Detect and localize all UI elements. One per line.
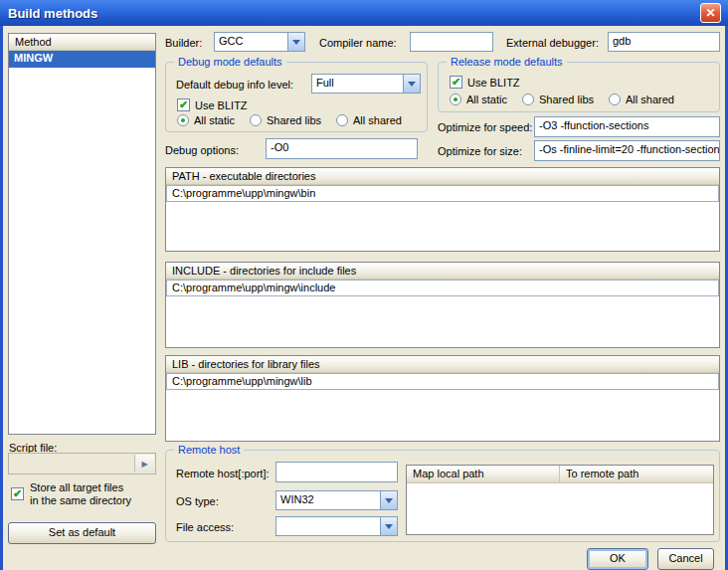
file-access-label: File access: bbox=[176, 521, 234, 533]
include-list-item[interactable]: C:\programme\upp\mingw\include bbox=[166, 280, 719, 296]
remote-host-group-title: Remote host bbox=[174, 444, 244, 456]
build-methods-dialog: Build methods ✕ Method MINGW Script file… bbox=[0, 0, 728, 570]
remote-host-input[interactable] bbox=[275, 462, 398, 482]
optimize-size-value: -Os -finline-limit=20 -ffunction-section… bbox=[539, 143, 720, 155]
debug-options-value: -O0 bbox=[271, 141, 288, 153]
release-use-blitz-label: Use BLITZ bbox=[467, 77, 520, 89]
lib-list-item[interactable]: C:\programme\upp\mingw\lib bbox=[166, 373, 719, 390]
os-type-select[interactable]: WIN32 bbox=[275, 490, 398, 510]
release-radio-all-shared[interactable] bbox=[609, 94, 621, 105]
release-use-blitz-checkbox[interactable]: ✔ bbox=[450, 76, 462, 89]
compiler-name-input[interactable] bbox=[410, 32, 493, 52]
debug-radio-all-shared[interactable] bbox=[336, 114, 348, 126]
release-radio-all-static-label: All static bbox=[466, 94, 507, 105]
debug-radio-all-static[interactable] bbox=[177, 114, 189, 126]
chevron-down-icon[interactable] bbox=[380, 517, 397, 535]
chevron-down-icon[interactable] bbox=[287, 33, 304, 51]
check-icon: ✔ bbox=[451, 77, 461, 88]
debug-radio-shared-libs-label: Shared libs bbox=[267, 114, 321, 126]
debug-info-level-select[interactable]: Full bbox=[311, 74, 421, 94]
lib-directories-panel: LIB - directories for library files C:\p… bbox=[165, 355, 720, 442]
script-file-expand-button[interactable]: ▶ bbox=[134, 455, 154, 473]
lib-list[interactable] bbox=[166, 408, 719, 441]
path-list[interactable] bbox=[166, 220, 719, 251]
builder-value: GCC bbox=[219, 35, 243, 47]
debug-options-label: Debug options: bbox=[165, 144, 239, 156]
method-list-item-mingw[interactable]: MINGW bbox=[9, 51, 155, 68]
chevron-down-icon[interactable] bbox=[380, 491, 397, 509]
debug-options-input[interactable]: -O0 bbox=[266, 138, 418, 159]
store-target-files-label-line2: in the same directory bbox=[30, 494, 131, 506]
lib-panel-header: LIB - directories for library files bbox=[166, 356, 719, 373]
method-list-header: Method bbox=[9, 34, 155, 51]
path-mapping-table[interactable]: Map local path To remote path bbox=[406, 465, 714, 535]
optimize-size-input[interactable]: -Os -finline-limit=20 -ffunction-section… bbox=[534, 140, 720, 161]
os-type-label: OS type: bbox=[176, 495, 219, 507]
debug-radio-all-shared-label: All shared bbox=[353, 114, 402, 126]
builder-label: Builder: bbox=[165, 37, 202, 49]
window-title: Build methods bbox=[0, 6, 97, 21]
window-border-left bbox=[0, 0, 3, 570]
file-access-select[interactable] bbox=[275, 516, 398, 536]
os-type-value: WIN32 bbox=[280, 493, 314, 505]
path-directories-panel: PATH - executable directories C:\program… bbox=[165, 167, 720, 252]
radio-dot-icon bbox=[454, 97, 457, 101]
external-debugger-value: gdb bbox=[613, 35, 631, 47]
remote-host-label: Remote host[:port]: bbox=[176, 468, 270, 479]
builder-select[interactable]: GCC bbox=[214, 32, 305, 52]
include-list[interactable] bbox=[166, 314, 719, 347]
debug-info-level-value: Full bbox=[316, 77, 334, 89]
title-bar[interactable]: Build methods ✕ bbox=[0, 0, 728, 26]
release-radio-all-static[interactable] bbox=[450, 94, 461, 105]
set-as-default-button[interactable]: Set as default bbox=[8, 522, 156, 544]
debug-radio-shared-libs[interactable] bbox=[250, 114, 262, 126]
check-icon: ✔ bbox=[178, 99, 189, 110]
optimize-speed-value: -O3 -ffunction-sections bbox=[539, 119, 648, 131]
check-icon: ✔ bbox=[12, 488, 23, 499]
to-remote-path-header: To remote path bbox=[560, 466, 713, 482]
debug-use-blitz-label: Use BLITZ bbox=[195, 99, 248, 111]
debug-info-level-label: Default debug info level: bbox=[176, 79, 293, 91]
release-radio-all-shared-label: All shared bbox=[626, 94, 674, 105]
external-debugger-label: External debugger: bbox=[506, 37, 599, 49]
map-local-path-header: Map local path bbox=[407, 466, 560, 482]
method-list[interactable]: Method MINGW bbox=[8, 33, 156, 435]
release-radio-shared-libs-label: Shared libs bbox=[539, 94, 594, 105]
remote-host-group: Remote host Remote host[:port]: OS type:… bbox=[165, 450, 720, 542]
debug-group-title: Debug mode defaults bbox=[174, 56, 286, 68]
script-file-input[interactable]: ▶ bbox=[8, 453, 156, 475]
store-target-files-checkbox[interactable]: ✔ bbox=[11, 487, 24, 500]
store-target-files-label-line1: Store all target files bbox=[30, 481, 123, 493]
external-debugger-input[interactable]: gdb bbox=[608, 32, 720, 52]
release-radio-shared-libs[interactable] bbox=[522, 94, 534, 105]
optimize-speed-label: Optimize for speed: bbox=[438, 121, 532, 133]
debug-radio-all-static-label: All static bbox=[194, 114, 235, 126]
release-mode-defaults-group: Release mode defaults ✔ Use BLITZ All st… bbox=[438, 62, 720, 112]
radio-dot-icon bbox=[181, 118, 185, 122]
optimize-speed-input[interactable]: -O3 -ffunction-sections bbox=[534, 116, 720, 137]
include-panel-header: INCLUDE - directories for include files bbox=[166, 263, 719, 280]
chevron-down-icon[interactable] bbox=[403, 75, 420, 93]
release-group-title: Release mode defaults bbox=[447, 56, 567, 68]
path-list-item[interactable]: C:\programme\upp\mingw\bin bbox=[166, 185, 719, 202]
debug-mode-defaults-group: Debug mode defaults Default debug info l… bbox=[165, 62, 428, 132]
include-directories-panel: INCLUDE - directories for include files … bbox=[165, 262, 720, 348]
cancel-button[interactable]: Cancel bbox=[657, 548, 714, 570]
compiler-name-label: Compiler name: bbox=[319, 37, 397, 49]
path-panel-header: PATH - executable directories bbox=[166, 168, 719, 185]
ok-button[interactable]: OK bbox=[587, 548, 648, 570]
optimize-size-label: Optimize for size: bbox=[438, 145, 522, 157]
debug-use-blitz-checkbox[interactable]: ✔ bbox=[177, 98, 190, 111]
close-icon[interactable]: ✕ bbox=[700, 3, 721, 23]
right-arrow-icon: ▶ bbox=[141, 460, 147, 469]
